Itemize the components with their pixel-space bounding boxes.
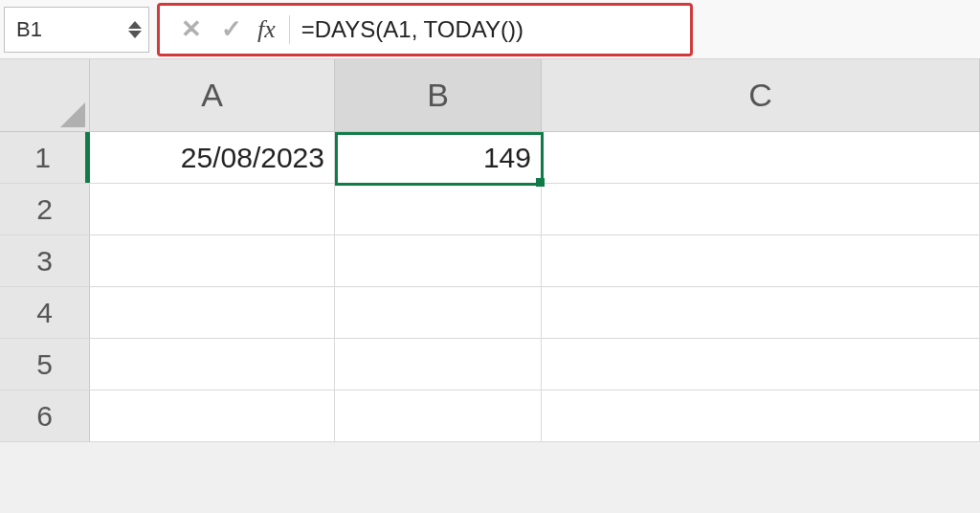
cell-B2[interactable]: [335, 184, 542, 234]
cell-B5[interactable]: [335, 339, 542, 390]
select-all-corner[interactable]: [0, 59, 90, 131]
cell-C6[interactable]: [542, 390, 980, 441]
row-header-2[interactable]: 2: [0, 184, 90, 234]
cell-B4[interactable]: [335, 287, 542, 338]
cancel-icon[interactable]: ✕: [171, 14, 212, 44]
column-header-C[interactable]: C: [542, 59, 980, 131]
row-header-1[interactable]: 1: [0, 132, 90, 183]
cell-A2[interactable]: [90, 184, 335, 234]
cell-C3[interactable]: [542, 235, 980, 286]
insert-function-button[interactable]: fx: [252, 15, 290, 44]
cell-A3[interactable]: [90, 235, 335, 286]
row-header-5[interactable]: 5: [0, 339, 90, 390]
row-header-4[interactable]: 4: [0, 287, 90, 338]
cell-A5[interactable]: [90, 339, 335, 390]
row-1: 1 25/08/2023 149: [0, 132, 980, 184]
formula-input[interactable]: [301, 16, 679, 43]
column-header-row: A B C: [0, 59, 980, 132]
cell-C5[interactable]: [542, 339, 980, 390]
data-rows: 1 25/08/2023 149 2 3 4 5: [0, 132, 980, 442]
name-box[interactable]: [5, 10, 120, 50]
enter-icon[interactable]: ✓: [212, 14, 252, 44]
row-header-6[interactable]: 6: [0, 390, 90, 441]
row-header-3[interactable]: 3: [0, 235, 90, 286]
row-3: 3: [0, 235, 980, 287]
cell-C2[interactable]: [542, 184, 980, 234]
cell-B1[interactable]: 149: [335, 132, 542, 183]
row-2: 2: [0, 184, 980, 235]
cell-A4[interactable]: [90, 287, 335, 338]
name-box-container[interactable]: [4, 7, 149, 53]
cell-B6[interactable]: [335, 390, 542, 441]
cell-C4[interactable]: [542, 287, 980, 338]
name-box-spinner[interactable]: [125, 8, 145, 52]
spreadsheet-grid: A B C 1 25/08/2023 149 2 3 4: [0, 59, 980, 442]
spinner-up-icon[interactable]: [128, 21, 142, 29]
row-6: 6: [0, 390, 980, 442]
spinner-down-icon[interactable]: [128, 31, 142, 38]
row-5: 5: [0, 339, 980, 390]
row-4: 4: [0, 287, 980, 339]
column-header-B[interactable]: B: [335, 59, 542, 131]
formula-bar-highlight: ✕ ✓ fx: [157, 3, 693, 56]
cell-B3[interactable]: [335, 235, 542, 286]
column-header-A[interactable]: A: [90, 59, 335, 131]
cell-A1[interactable]: 25/08/2023: [90, 132, 335, 183]
cell-C1[interactable]: [542, 132, 980, 183]
cell-A6[interactable]: [90, 390, 335, 441]
formula-bar: ✕ ✓ fx: [0, 0, 980, 59]
